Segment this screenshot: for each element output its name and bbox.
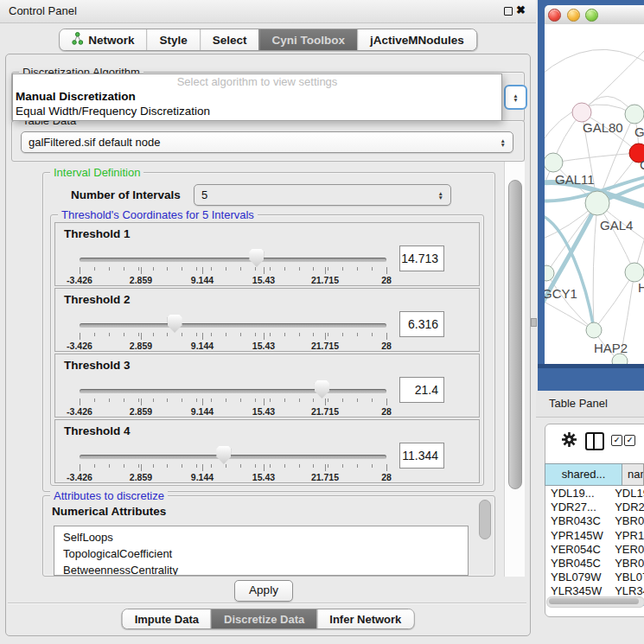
network-view[interactable]: GAL80GALCGAL11GAL4GCY1HHAP2 [545,24,644,364]
minor-tick [138,333,139,336]
settings-scrollbar-track[interactable] [504,162,525,577]
minor-tick [313,399,314,402]
major-tick [325,333,326,340]
tab-select[interactable]: Select [200,29,259,50]
select-columns-checkbox-icon[interactable]: ✓ [611,435,622,446]
tick-label: 2.859 [130,406,152,417]
float-panel-icon[interactable] [504,7,513,16]
attribute-list-item[interactable]: BetweennessCentrality [54,562,468,576]
network-node[interactable] [625,263,644,282]
table-row[interactable]: YBL079WYBL079W [545,571,644,584]
attribute-list-item[interactable]: SelfLoops [54,526,468,545]
minor-tick [313,267,314,271]
numerical-attributes-list[interactable]: SelfLoopsTopologicalCoefficientBetweenne… [54,526,469,576]
network-edge[interactable] [594,272,634,330]
tab-discretize-data[interactable]: Discretize Data [211,609,316,628]
attributes-list-scrollbar[interactable] [479,500,491,539]
select-rows-checkbox-icon[interactable]: ✓ [624,435,635,446]
table-hscrollbar-track[interactable] [546,596,644,608]
slider-thumb[interactable] [216,446,231,464]
minor-tick [299,333,300,336]
apply-button[interactable]: Apply [234,580,293,602]
network-node-label: HAP2 [594,341,628,355]
attribute-list-item[interactable]: TopologicalCoefficient [54,545,468,562]
slider-track[interactable] [80,455,386,459]
slider-thumb[interactable] [249,249,264,267]
network-node[interactable] [586,322,602,338]
column-header-name[interactable]: name [622,463,644,486]
network-edge[interactable] [546,203,597,273]
minor-tick [255,333,256,336]
splitter-handle[interactable] [531,318,537,327]
threshold-value-field[interactable]: 14.713 [399,245,444,271]
cell-shared-name: YBL079W [545,571,611,584]
tab-cyni-toolbox[interactable]: Cyni Toolbox [259,29,358,50]
algorithm-option[interactable]: Manual Discretization [13,89,501,104]
network-node-label: GAL [634,124,644,139]
algorithm-dropdown-popup: Select algorithm to view settings Manual… [12,73,502,121]
table-hscrollbar-thumb[interactable] [549,598,639,604]
network-node[interactable] [545,265,554,281]
network-edge[interactable] [593,203,597,330]
minor-tick [284,267,285,271]
close-light-icon[interactable] [548,9,561,22]
split-view-icon[interactable] [585,432,604,450]
settings-scrollbar-thumb[interactable] [508,180,522,489]
cell-shared-name: YBR045C [545,557,611,571]
algorithm-combobox[interactable]: ▲▼ [504,85,527,110]
slider-track[interactable] [80,323,386,328]
slider-thumb[interactable] [168,315,182,333]
network-edge[interactable] [545,299,594,330]
close-icon[interactable]: ✖ [516,3,526,16]
major-tick [264,333,265,340]
table-row[interactable]: YBR045CYBR045C [545,557,644,571]
gear-icon[interactable] [561,431,577,451]
table-row[interactable]: YBR043CYBR043C [545,514,644,528]
tab-network[interactable]: Network [60,29,146,50]
network-node[interactable] [572,103,591,122]
tab-infer-network[interactable]: Infer Network [316,609,413,628]
threshold-panel: Threshold 4-3.4262.8599.14415.4321.71528… [54,419,480,483]
network-node[interactable] [625,105,644,124]
combo-stepper-icon: ▲▼ [501,138,506,147]
minimize-light-icon[interactable] [567,9,580,22]
minor-tick [240,464,241,468]
threshold-value-field[interactable]: 6.316 [399,311,444,337]
slider-track[interactable] [80,258,386,262]
number-of-intervals-combobox[interactable]: 5 ▲▼ [194,184,451,206]
network-edge[interactable] [545,49,644,76]
table-row[interactable]: YER054CYER054C [545,543,644,557]
tab-style[interactable]: Style [146,29,199,50]
cell-name: YER054C [611,543,644,557]
algorithm-option[interactable]: Equal Width/Frequency Discretization [13,104,501,118]
network-node[interactable] [585,191,609,215]
network-node-label: GAL80 [583,120,623,135]
minor-tick [109,464,110,468]
panel-separator [8,603,526,604]
table-row[interactable]: YPR145WYPR145W [545,529,644,543]
minor-tick [372,464,373,468]
slider-thumb[interactable] [315,380,329,399]
threshold-value-field[interactable]: 21.4 [399,377,444,403]
minor-tick [226,333,226,336]
tab-impute-data[interactable]: Impute Data [123,609,211,628]
cell-name: YDL19... [611,487,644,501]
network-node-label: GAL11 [555,172,595,187]
minor-tick [94,399,95,402]
column-header-shared-name[interactable]: shared... [545,463,622,486]
minor-tick [342,333,343,336]
minor-tick [240,267,241,271]
network-edge[interactable] [553,153,639,163]
table-row[interactable]: YDL19...YDL19... [545,487,644,501]
table-data-combobox[interactable]: galFiltered.sif default node ▲▼ [21,131,513,153]
slider-track[interactable] [80,389,386,393]
tab-jactivemnodules[interactable]: jActiveMNodules [357,29,476,50]
zoom-light-icon[interactable] [585,9,598,22]
network-node[interactable] [545,153,563,172]
combo-stepper-icon: ▲▼ [438,191,443,200]
threshold-value-field[interactable]: 11.344 [399,443,444,469]
network-window-titlebar[interactable] [545,5,644,25]
major-tick [80,464,80,471]
network-edge[interactable] [582,48,644,112]
table-row[interactable]: YDR27...YDR27... [545,501,644,514]
